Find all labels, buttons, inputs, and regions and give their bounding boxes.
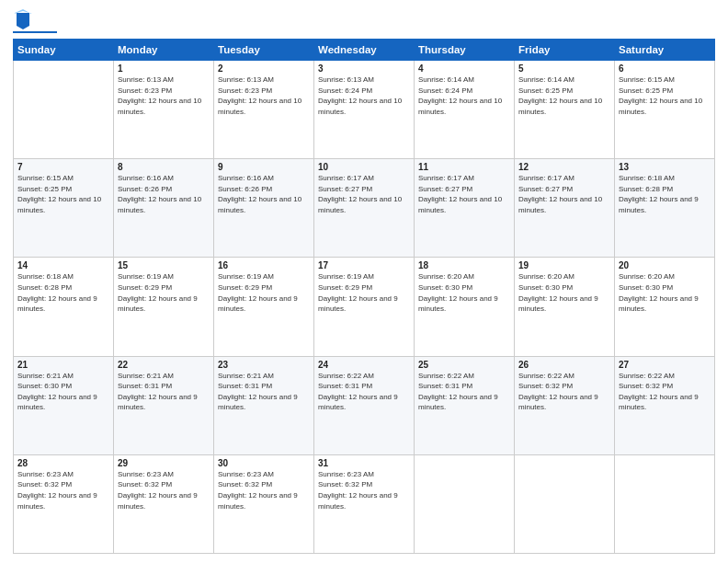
day-info: Sunrise: 6:20 AM Sunset: 6:30 PM Dayligh… (418, 271, 510, 314)
day-number: 6 (619, 63, 711, 74)
calendar-cell: 5Sunrise: 6:14 AM Sunset: 6:25 PM Daylig… (515, 61, 615, 159)
day-number: 16 (218, 260, 310, 270)
svg-marker-0 (17, 13, 29, 29)
day-number: 7 (17, 162, 109, 172)
day-info: Sunrise: 6:23 AM Sunset: 6:32 PM Dayligh… (118, 469, 210, 511)
day-info: Sunrise: 6:17 AM Sunset: 6:27 PM Dayligh… (318, 173, 410, 215)
calendar-cell: 20Sunrise: 6:20 AM Sunset: 6:30 PM Dayli… (615, 258, 715, 356)
day-info: Sunrise: 6:13 AM Sunset: 6:24 PM Dayligh… (318, 75, 410, 117)
day-info: Sunrise: 6:14 AM Sunset: 6:24 PM Dayligh… (418, 75, 510, 117)
day-number: 18 (418, 260, 510, 270)
day-info: Sunrise: 6:21 AM Sunset: 6:31 PM Dayligh… (118, 371, 210, 413)
calendar-cell (615, 454, 715, 553)
calendar-cell: 18Sunrise: 6:20 AM Sunset: 6:30 PM Dayli… (415, 258, 515, 356)
calendar-cell: 3Sunrise: 6:13 AM Sunset: 6:24 PM Daylig… (314, 61, 415, 159)
weekday-header-sunday: Sunday (14, 40, 114, 61)
day-number: 24 (318, 360, 410, 370)
calendar-cell: 8Sunrise: 6:16 AM Sunset: 6:26 PM Daylig… (114, 159, 214, 258)
day-info: Sunrise: 6:21 AM Sunset: 6:30 PM Dayligh… (17, 371, 109, 413)
calendar-cell: 15Sunrise: 6:19 AM Sunset: 6:29 PM Dayli… (114, 258, 214, 356)
day-info: Sunrise: 6:17 AM Sunset: 6:27 PM Dayligh… (518, 173, 610, 215)
calendar-cell: 23Sunrise: 6:21 AM Sunset: 6:31 PM Dayli… (214, 356, 314, 454)
calendar-cell: 11Sunrise: 6:17 AM Sunset: 6:27 PM Dayli… (415, 159, 515, 258)
day-info: Sunrise: 6:23 AM Sunset: 6:32 PM Dayligh… (318, 469, 410, 511)
weekday-header-saturday: Saturday (615, 40, 715, 61)
calendar-cell: 4Sunrise: 6:14 AM Sunset: 6:24 PM Daylig… (415, 61, 515, 159)
day-info: Sunrise: 6:13 AM Sunset: 6:23 PM Dayligh… (118, 75, 210, 117)
day-number: 22 (118, 360, 210, 370)
day-info: Sunrise: 6:19 AM Sunset: 6:29 PM Dayligh… (218, 271, 310, 314)
calendar-cell: 31Sunrise: 6:23 AM Sunset: 6:32 PM Dayli… (314, 454, 415, 553)
weekday-header-friday: Friday (515, 40, 615, 61)
day-number: 8 (118, 162, 210, 172)
calendar-cell (14, 61, 114, 159)
day-info: Sunrise: 6:17 AM Sunset: 6:27 PM Dayligh… (418, 173, 510, 215)
day-number: 27 (619, 360, 711, 370)
day-number: 31 (318, 458, 410, 468)
weekday-header-tuesday: Tuesday (214, 40, 314, 61)
calendar-cell: 13Sunrise: 6:18 AM Sunset: 6:28 PM Dayli… (615, 159, 715, 258)
calendar-cell: 19Sunrise: 6:20 AM Sunset: 6:30 PM Dayli… (515, 258, 615, 356)
day-info: Sunrise: 6:15 AM Sunset: 6:25 PM Dayligh… (17, 173, 109, 215)
calendar-cell: 14Sunrise: 6:18 AM Sunset: 6:28 PM Dayli… (14, 258, 114, 356)
day-info: Sunrise: 6:19 AM Sunset: 6:29 PM Dayligh… (318, 271, 410, 314)
day-number: 25 (418, 360, 510, 370)
day-info: Sunrise: 6:14 AM Sunset: 6:25 PM Dayligh… (518, 75, 610, 117)
calendar-cell: 6Sunrise: 6:15 AM Sunset: 6:25 PM Daylig… (615, 61, 715, 159)
calendar-cell: 27Sunrise: 6:22 AM Sunset: 6:32 PM Dayli… (615, 356, 715, 454)
day-number: 29 (118, 458, 210, 468)
page: SundayMondayTuesdayWednesdayThursdayFrid… (0, 0, 728, 563)
calendar-cell: 26Sunrise: 6:22 AM Sunset: 6:32 PM Dayli… (515, 356, 615, 454)
day-number: 21 (17, 360, 109, 370)
calendar-cell (515, 454, 615, 553)
day-info: Sunrise: 6:22 AM Sunset: 6:31 PM Dayligh… (418, 371, 510, 413)
day-info: Sunrise: 6:13 AM Sunset: 6:23 PM Dayligh… (218, 75, 310, 117)
calendar-cell: 7Sunrise: 6:15 AM Sunset: 6:25 PM Daylig… (14, 159, 114, 258)
calendar-table: SundayMondayTuesdayWednesdayThursdayFrid… (13, 39, 715, 554)
day-number: 11 (418, 162, 510, 172)
day-number: 26 (518, 360, 610, 370)
calendar-cell: 24Sunrise: 6:22 AM Sunset: 6:31 PM Dayli… (314, 356, 415, 454)
weekday-header-wednesday: Wednesday (314, 40, 415, 61)
calendar-cell: 16Sunrise: 6:19 AM Sunset: 6:29 PM Dayli… (214, 258, 314, 356)
calendar-cell: 1Sunrise: 6:13 AM Sunset: 6:23 PM Daylig… (114, 61, 214, 159)
calendar-cell: 29Sunrise: 6:23 AM Sunset: 6:32 PM Dayli… (114, 454, 214, 553)
day-number: 23 (218, 360, 310, 370)
day-info: Sunrise: 6:23 AM Sunset: 6:32 PM Dayligh… (218, 469, 310, 511)
calendar-cell (415, 454, 515, 553)
day-info: Sunrise: 6:20 AM Sunset: 6:30 PM Dayligh… (619, 271, 711, 314)
day-info: Sunrise: 6:20 AM Sunset: 6:30 PM Dayligh… (518, 271, 610, 314)
weekday-header-monday: Monday (114, 40, 214, 61)
logo-icon (15, 9, 31, 29)
day-info: Sunrise: 6:16 AM Sunset: 6:26 PM Dayligh… (118, 173, 210, 215)
calendar-cell: 21Sunrise: 6:21 AM Sunset: 6:30 PM Dayli… (14, 356, 114, 454)
day-info: Sunrise: 6:18 AM Sunset: 6:28 PM Dayligh… (619, 173, 711, 215)
day-number: 4 (418, 63, 510, 74)
day-number: 12 (518, 162, 610, 172)
day-number: 17 (318, 260, 410, 270)
calendar-cell: 9Sunrise: 6:16 AM Sunset: 6:26 PM Daylig… (214, 159, 314, 258)
day-number: 1 (118, 63, 210, 74)
calendar-cell: 25Sunrise: 6:22 AM Sunset: 6:31 PM Dayli… (415, 356, 515, 454)
day-info: Sunrise: 6:15 AM Sunset: 6:25 PM Dayligh… (619, 75, 711, 117)
calendar-cell: 30Sunrise: 6:23 AM Sunset: 6:32 PM Dayli… (214, 454, 314, 553)
day-info: Sunrise: 6:22 AM Sunset: 6:32 PM Dayligh… (518, 371, 610, 413)
calendar-cell: 2Sunrise: 6:13 AM Sunset: 6:23 PM Daylig… (214, 61, 314, 159)
day-info: Sunrise: 6:19 AM Sunset: 6:29 PM Dayligh… (118, 271, 210, 314)
day-info: Sunrise: 6:22 AM Sunset: 6:31 PM Dayligh… (318, 371, 410, 413)
weekday-header-thursday: Thursday (415, 40, 515, 61)
day-number: 14 (17, 260, 109, 270)
day-number: 9 (218, 162, 310, 172)
logo (13, 9, 57, 33)
logo-divider (13, 31, 57, 33)
day-number: 20 (619, 260, 711, 270)
day-info: Sunrise: 6:21 AM Sunset: 6:31 PM Dayligh… (218, 371, 310, 413)
day-info: Sunrise: 6:22 AM Sunset: 6:32 PM Dayligh… (619, 371, 711, 413)
calendar-cell: 17Sunrise: 6:19 AM Sunset: 6:29 PM Dayli… (314, 258, 415, 356)
day-number: 2 (218, 63, 310, 74)
calendar-cell: 22Sunrise: 6:21 AM Sunset: 6:31 PM Dayli… (114, 356, 214, 454)
calendar-cell: 28Sunrise: 6:23 AM Sunset: 6:32 PM Dayli… (14, 454, 114, 553)
day-number: 15 (118, 260, 210, 270)
day-info: Sunrise: 6:16 AM Sunset: 6:26 PM Dayligh… (218, 173, 310, 215)
day-number: 19 (518, 260, 610, 270)
